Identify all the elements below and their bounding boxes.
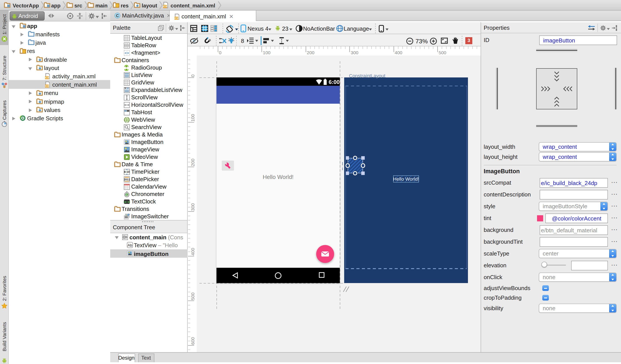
svg-text:0: 0 [190, 74, 195, 77]
svg-text:2011: 2011 [124, 178, 130, 181]
svg-text:1: 1 [126, 193, 127, 196]
svg-text:<>: <> [163, 4, 167, 8]
svg-text:<>: <> [125, 51, 129, 55]
svg-text:C: C [116, 14, 119, 18]
svg-text:<>: <> [174, 16, 178, 19]
svg-text:400: 400 [190, 248, 195, 256]
svg-text:200: 200 [190, 158, 195, 166]
svg-text:13:31: 13:31 [124, 200, 130, 203]
svg-text:8:10: 8:10 [124, 170, 130, 173]
svg-text:600: 600 [190, 337, 195, 345]
svg-text:500: 500 [190, 293, 195, 300]
svg-text:Ab: Ab [128, 243, 132, 247]
svg-text:<>: <> [45, 84, 49, 87]
svg-text:300: 300 [190, 203, 195, 211]
svg-text:<>: <> [45, 75, 49, 79]
svg-text:100: 100 [190, 114, 195, 121]
